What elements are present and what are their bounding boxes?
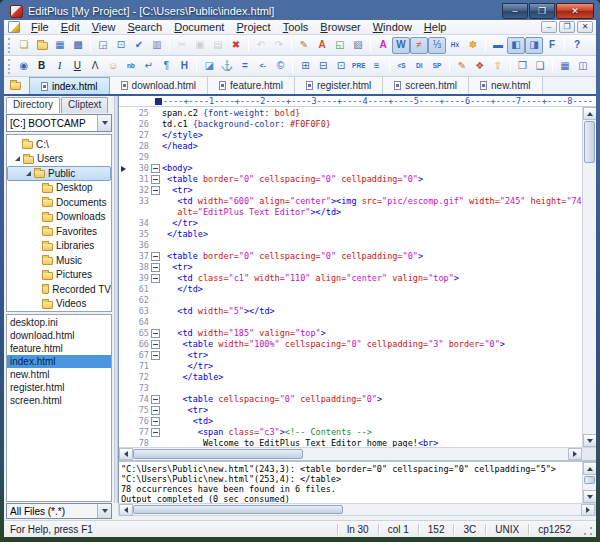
menu-file[interactable]: File <box>25 20 55 34</box>
document-icon[interactable] <box>8 21 20 33</box>
close-button[interactable]: ✕ <box>556 3 594 19</box>
fold-collapse-icon[interactable] <box>149 251 162 262</box>
scrollbar-track[interactable] <box>583 164 596 434</box>
find-icon[interactable]: ✎ <box>295 37 313 54</box>
list-icon[interactable]: ≡ <box>368 58 386 75</box>
code-line[interactable]: 30<body> <box>119 163 582 174</box>
function-list-icon[interactable]: F <box>543 37 561 54</box>
code-line[interactable]: 73 <box>119 383 582 394</box>
code-line[interactable]: 36 <box>119 240 582 251</box>
code-line[interactable]: 37 <table border="0" cellspacing="0" cel… <box>119 251 582 262</box>
sidebar-tab-cliptext[interactable]: Cliptext <box>61 97 108 113</box>
paragraph-icon[interactable]: ¶ <box>158 58 176 75</box>
code-line[interactable]: 34 </tr> <box>119 218 582 229</box>
sidebar-tab-directory[interactable]: Directory <box>6 97 60 113</box>
emoticon-icon[interactable]: ☺ <box>104 58 122 75</box>
code-line[interactable]: 64 <box>119 317 582 328</box>
menu-view[interactable]: View <box>86 20 122 34</box>
special-character-icon[interactable]: © <box>272 58 290 75</box>
tree-item[interactable]: Recorded TV <box>7 282 111 297</box>
file-item[interactable]: download.html <box>7 329 111 342</box>
fold-collapse-icon[interactable] <box>149 174 162 185</box>
table-row-icon[interactable]: ⊟ <box>314 58 332 75</box>
fold-collapse-icon[interactable] <box>149 350 162 361</box>
undo-icon[interactable]: ↶ <box>252 37 270 54</box>
toolbar-grip[interactable] <box>8 59 12 74</box>
output-text[interactable]: "C:\Users\Public\new.html"(243,3): <tabl… <box>119 462 582 503</box>
nbsp-icon[interactable]: nb <box>122 58 140 75</box>
tree-item[interactable]: Music <box>7 253 111 268</box>
code-line[interactable]: 76 <td> <box>119 416 582 427</box>
split-window-icon[interactable]: ◫ <box>574 58 592 75</box>
fold-collapse-icon[interactable] <box>149 339 162 350</box>
span-tag-icon[interactable]: SP <box>428 58 446 75</box>
scroll-up-button[interactable] <box>583 107 596 120</box>
scrollbar-thumb[interactable] <box>133 505 343 514</box>
mdi-restore-button[interactable]: ❐ <box>559 21 575 33</box>
code-line[interactable]: 32 <tr> <box>119 185 582 196</box>
open-file-icon[interactable] <box>33 37 51 54</box>
menu-project[interactable]: Project <box>230 20 276 34</box>
pre-tag-icon[interactable]: PRE <box>350 58 368 75</box>
fold-collapse-icon[interactable] <box>149 328 162 339</box>
line-break-icon[interactable]: ↵ <box>140 58 158 75</box>
fold-collapse-icon[interactable] <box>149 185 162 196</box>
tree-item[interactable]: Videos <box>7 297 111 312</box>
browser-preview-icon[interactable]: ◉ <box>15 58 33 75</box>
tree-item[interactable]: Users <box>7 152 111 167</box>
toolbar-toggle-icon[interactable]: ▬ <box>489 37 507 54</box>
menu-document[interactable]: Document <box>168 20 230 34</box>
find-in-files-icon[interactable]: ◱ <box>331 37 349 54</box>
upload-icon[interactable]: ⇪ <box>489 58 507 75</box>
scrollbar-track[interactable] <box>303 448 568 460</box>
mdi-minimize-button[interactable]: – <box>541 21 557 33</box>
code-line[interactable]: 29 <box>119 152 582 163</box>
auto-indent-icon[interactable]: ≠ <box>410 37 428 54</box>
tab-feature.html[interactable]: feature.html <box>208 77 295 94</box>
code-line[interactable]: 61 </td> <box>119 284 582 295</box>
code-line[interactable]: 71 </tr> <box>119 361 582 372</box>
tree-item[interactable]: Documents <box>7 195 111 210</box>
toolbar-grip[interactable] <box>8 38 12 53</box>
tree-item[interactable]: Public <box>7 166 111 181</box>
output-vertical-scrollbar[interactable] <box>582 462 596 503</box>
preferences-icon[interactable]: ✽ <box>464 37 482 54</box>
drive-selector[interactable]: [C:] BOOTCAMP <box>6 114 112 132</box>
anchor-icon[interactable]: ⚓ <box>218 58 236 75</box>
context-help-icon[interactable]: ? <box>568 37 586 54</box>
menu-edit[interactable]: Edit <box>55 20 86 34</box>
horizontal-rule-icon[interactable]: = <box>236 58 254 75</box>
editor-vertical-scrollbar[interactable] <box>582 107 596 447</box>
tree-item[interactable]: Downloads <box>7 210 111 225</box>
browser-window-icon[interactable]: ❐ <box>514 58 532 75</box>
menu-tools[interactable]: Tools <box>277 20 315 34</box>
tree-item[interactable]: Libraries <box>7 239 111 254</box>
menu-search[interactable]: Search <box>121 20 168 34</box>
menu-window[interactable]: Window <box>367 20 418 34</box>
heading-icon[interactable]: H <box>175 58 193 75</box>
fold-collapse-icon[interactable] <box>149 273 162 284</box>
code-line[interactable]: 66 <table width="100%" cellspacing="0" c… <box>119 339 582 350</box>
code-line[interactable]: 25span.c2 {font-weight: bold} <box>119 108 582 119</box>
menu-help[interactable]: Help <box>418 20 453 34</box>
code-line[interactable]: 72 </table> <box>119 372 582 383</box>
code-line[interactable]: alt="EditPlus Text Editor"></td> <box>119 207 582 218</box>
code-line[interactable]: 26td.c1 {background-color: #F0F0F0} <box>119 119 582 130</box>
output-horizontal-scrollbar[interactable] <box>118 503 596 516</box>
cut-icon[interactable]: ✂ <box>173 37 191 54</box>
scroll-down-button[interactable] <box>583 490 596 503</box>
line-numbers-icon[interactable]: ⅓ <box>428 37 446 54</box>
code-line[interactable]: 75 <tr> <box>119 405 582 416</box>
fold-collapse-icon[interactable] <box>149 394 162 405</box>
code-line[interactable]: 78 Welcome to EditPlus Text Editor home … <box>119 438 582 447</box>
new-document-icon[interactable]: ❏ <box>15 37 33 54</box>
new-window-icon[interactable]: ❑ <box>531 58 549 75</box>
output-line[interactable]: Output completed (0 sec consumed) <box>121 494 580 503</box>
output-line[interactable]: 78 occurrences have been found in 6 file… <box>121 484 580 494</box>
output-window-icon[interactable]: ◨ <box>525 37 543 54</box>
code-line[interactable]: 67 <tr> <box>119 350 582 361</box>
print-icon[interactable]: ⊡ <box>112 37 130 54</box>
bold-icon[interactable]: B <box>33 58 51 75</box>
tab-new.html[interactable]: new.html <box>469 77 542 94</box>
fold-collapse-icon[interactable] <box>149 427 162 438</box>
